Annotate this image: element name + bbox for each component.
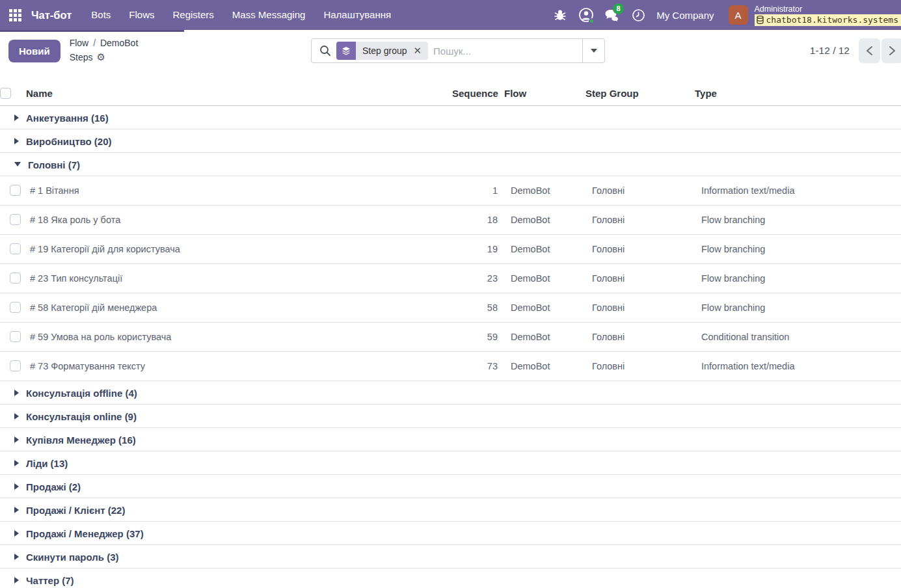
group-label: Головні (7) bbox=[28, 159, 80, 170]
steps-list: Name Sequence Flow Step Group Type Анкет… bbox=[0, 81, 901, 588]
search-bar: Step group ✕ bbox=[311, 38, 605, 63]
search-icon bbox=[319, 45, 331, 57]
group-label: Консультація offline (4) bbox=[26, 387, 137, 398]
breadcrumb-demobot-link[interactable]: DemoBot bbox=[100, 38, 138, 48]
user-name: Administrator bbox=[755, 5, 901, 14]
row-checkbox[interactable] bbox=[10, 273, 21, 284]
caret-right-icon bbox=[14, 483, 19, 490]
step-name: # 59 Умова на роль користувача bbox=[26, 322, 452, 351]
group-row-lidy[interactable]: Ліди (13) bbox=[0, 451, 901, 474]
pager-previous-button[interactable] bbox=[859, 38, 880, 63]
step-name: # 58 Категорії дій менеджера bbox=[26, 293, 452, 322]
column-header-flow[interactable]: Flow bbox=[504, 81, 585, 105]
pager: 1-12 / 12 bbox=[810, 38, 901, 63]
select-all-checkbox[interactable] bbox=[0, 88, 11, 99]
group-row-holovni[interactable]: Головні (7) bbox=[0, 152, 901, 176]
step-row[interactable]: # 59 Умова на роль користувача 59 DemoBo… bbox=[0, 322, 901, 351]
online-status-dot bbox=[589, 18, 595, 24]
search-options-toggle[interactable] bbox=[582, 39, 604, 62]
nav-item-bots[interactable]: Bots bbox=[82, 0, 120, 30]
step-group: Головні bbox=[585, 234, 695, 263]
group-row-vyrobnytstvo[interactable]: Виробництво (20) bbox=[0, 129, 901, 152]
search-facet: Step group ✕ bbox=[336, 42, 428, 60]
column-header-sequence[interactable]: Sequence bbox=[452, 81, 504, 105]
activities-button[interactable] bbox=[625, 0, 651, 30]
row-checkbox[interactable] bbox=[10, 214, 21, 225]
nav-item-registers[interactable]: Registers bbox=[163, 0, 222, 30]
group-row-chatter[interactable]: Чаттер (7) bbox=[0, 568, 901, 588]
pager-next-button[interactable] bbox=[881, 38, 901, 63]
step-row[interactable]: # 1 Вітання 1 DemoBot Головні Informatio… bbox=[0, 176, 901, 205]
step-type: Flow branching bbox=[695, 293, 901, 322]
group-row-kupivlia-menedzher[interactable]: Купівля Менеджер (16) bbox=[0, 427, 901, 451]
group-row-konsultatsia-online[interactable]: Консультація online (9) bbox=[0, 404, 901, 427]
group-row-anketuvannia[interactable]: Анкетування (16) bbox=[0, 105, 901, 129]
step-row[interactable]: # 58 Категорії дій менеджера 58 DemoBot … bbox=[0, 293, 901, 322]
user-avatar[interactable]: A bbox=[729, 5, 748, 25]
user-menu[interactable]: Administrator chatbot18.kitworks.systems bbox=[755, 5, 901, 26]
company-switcher[interactable]: My Company bbox=[651, 10, 724, 21]
group-label: Ліди (13) bbox=[26, 457, 68, 468]
debug-button[interactable] bbox=[547, 0, 573, 30]
messages-button[interactable]: 8 bbox=[599, 0, 625, 30]
step-flow: DemoBot bbox=[504, 293, 585, 322]
nav-item-flows[interactable]: Flows bbox=[120, 0, 163, 30]
step-name: # 18 Яка роль у бота bbox=[26, 205, 452, 234]
step-row[interactable]: # 73 Форматування тексту 73 DemoBot Голо… bbox=[0, 351, 901, 381]
database-badge: chatbot18.kitworks.systems bbox=[755, 14, 901, 26]
nav-item-mass-messaging[interactable]: Mass Messaging bbox=[223, 0, 315, 30]
apps-grid-icon bbox=[9, 9, 21, 21]
step-flow: DemoBot bbox=[504, 263, 585, 293]
presence-button[interactable] bbox=[573, 0, 599, 30]
chevron-down-icon bbox=[591, 49, 597, 53]
group-row-skynuty-parol[interactable]: Скинути пароль (3) bbox=[0, 544, 901, 568]
gear-icon[interactable]: ⚙ bbox=[96, 50, 105, 65]
caret-right-icon bbox=[14, 530, 19, 537]
row-checkbox[interactable] bbox=[10, 243, 21, 254]
layer-group-icon bbox=[336, 42, 356, 60]
step-group: Головні bbox=[585, 176, 695, 205]
group-row-prodazhi[interactable]: Продажі (2) bbox=[0, 474, 901, 498]
row-checkbox[interactable] bbox=[10, 185, 21, 196]
caret-right-icon bbox=[14, 460, 19, 466]
step-row[interactable]: # 23 Тип консультації 23 DemoBot Головні… bbox=[0, 263, 901, 293]
step-flow: DemoBot bbox=[504, 205, 585, 234]
new-record-button[interactable]: Новий bbox=[8, 40, 61, 62]
page-title: Steps bbox=[70, 51, 93, 64]
row-checkbox[interactable] bbox=[10, 302, 21, 313]
column-header-type[interactable]: Type bbox=[695, 81, 901, 105]
group-row-prodazhi-klient[interactable]: Продажі / Клієнт (22) bbox=[0, 498, 901, 521]
step-flow: DemoBot bbox=[504, 176, 585, 205]
caret-right-icon bbox=[14, 138, 19, 144]
facet-remove-icon[interactable]: ✕ bbox=[411, 45, 429, 57]
row-checkbox[interactable] bbox=[10, 360, 21, 371]
search-input[interactable] bbox=[428, 46, 582, 57]
navbar-systray: 8 My Company A Administrator chatbot18.k… bbox=[547, 0, 901, 30]
group-row-konsultatsia-offline[interactable]: Консультація offline (4) bbox=[0, 381, 901, 404]
step-group: Головні bbox=[585, 293, 695, 322]
step-type: Information text/media bbox=[695, 176, 901, 205]
group-label: Консультація online (9) bbox=[26, 410, 137, 421]
caret-right-icon bbox=[14, 577, 19, 583]
step-flow: DemoBot bbox=[504, 322, 585, 351]
caret-right-icon bbox=[14, 114, 19, 121]
breadcrumb-flow-link[interactable]: Flow bbox=[70, 38, 89, 48]
step-sequence: 73 bbox=[452, 351, 504, 381]
group-label: Скинути пароль (3) bbox=[26, 551, 119, 562]
pager-range: 1-12 / 12 bbox=[810, 45, 850, 57]
app-name[interactable]: Чат-бот bbox=[30, 9, 82, 21]
database-name: chatbot18.kitworks.systems bbox=[766, 14, 899, 26]
control-panel: Новий Flow / DemoBot Steps ⚙ bbox=[0, 30, 901, 72]
step-row[interactable]: # 18 Яка роль у бота 18 DemoBot Головні … bbox=[0, 205, 901, 234]
apps-menu-button[interactable] bbox=[0, 0, 30, 30]
step-sequence: 19 bbox=[452, 234, 504, 263]
group-row-prodazhi-menedzher[interactable]: Продажі / Менеджер (37) bbox=[0, 521, 901, 544]
row-checkbox[interactable] bbox=[10, 331, 21, 342]
step-sequence: 18 bbox=[452, 205, 504, 234]
step-sequence: 58 bbox=[452, 293, 504, 322]
nav-item-settings[interactable]: Налаштування bbox=[314, 0, 400, 30]
step-row[interactable]: # 19 Категорії дій для користувача 19 De… bbox=[0, 234, 901, 263]
column-header-step-group[interactable]: Step Group bbox=[585, 81, 695, 105]
group-label: Продажі / Клієнт (22) bbox=[26, 504, 125, 515]
column-header-name[interactable]: Name bbox=[26, 81, 452, 105]
